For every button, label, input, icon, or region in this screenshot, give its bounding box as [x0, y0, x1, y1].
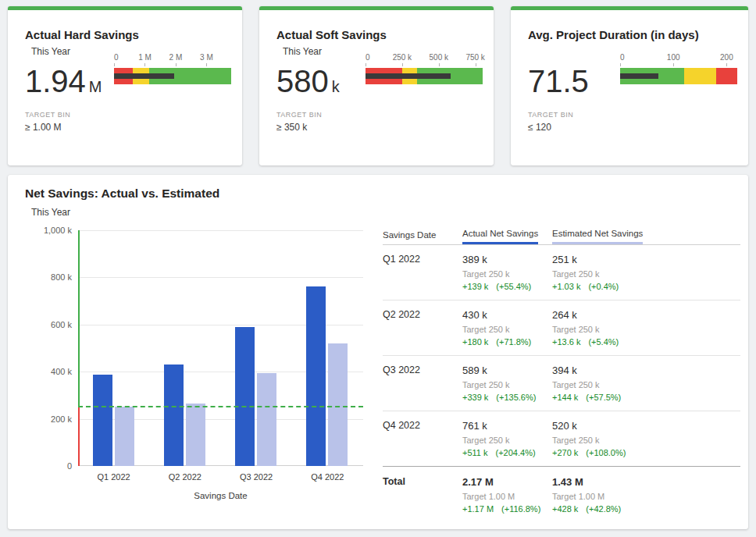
y-axis-tick-label: 600 k [8, 320, 72, 329]
bullet-tick-label: 0 [620, 53, 625, 62]
cell-delta: +144 k(+57.5%) [552, 393, 740, 402]
bullet-tick-mark [402, 63, 403, 66]
bullet-tick-mark [476, 63, 476, 66]
bullet-measure-bar [366, 73, 451, 79]
y-axis-line-below-target [78, 407, 80, 467]
y-axis-tick-label: 800 k [8, 272, 72, 282]
cell-delta: +511 k(+204.4%) [462, 448, 552, 457]
actual-cell: 389 kTarget 250 k+139 k(+55.4%) [462, 254, 552, 291]
grouped-bar-chart: Savings Date 0200 k400 k600 k800 k1,000 … [8, 220, 376, 485]
delta-pct: (+55.4%) [496, 282, 531, 291]
bullet-track [620, 68, 737, 84]
y-axis-line-above-target [78, 230, 80, 407]
bar-actual[interactable] [306, 286, 326, 466]
bullet-axis: 01 M2 M3 M [114, 53, 231, 67]
cell-value: 430 k [462, 309, 552, 321]
bar-estimated[interactable] [257, 373, 276, 466]
cell-value: 394 k [552, 365, 740, 376]
cell-delta: +13.6 k(+5.4%) [552, 337, 740, 347]
gridline [78, 230, 363, 231]
target-bin-value: ≥ 350 k [276, 122, 307, 133]
kpi-value-unit: k [332, 78, 340, 95]
estimated-cell: 394 kTarget 250 k+144 k(+57.5%) [552, 365, 740, 402]
bar-actual[interactable] [164, 365, 184, 466]
table-row[interactable]: Q4 2022761 kTarget 250 k+511 k(+204.4%)5… [383, 411, 740, 467]
bullet-tick-mark [726, 63, 727, 66]
bar-actual[interactable] [235, 327, 255, 466]
cell-delta: +1.17 M(+116.8%) [462, 504, 552, 514]
bar-estimated[interactable] [328, 343, 348, 466]
table-row[interactable]: Q1 2022389 kTarget 250 k+139 k(+55.4%)25… [383, 245, 740, 301]
cell-target: Target 1.00 M [462, 492, 552, 501]
cell-target: Target 250 k [552, 325, 740, 334]
bar-actual[interactable] [93, 375, 112, 466]
cell-delta: +339 k(+135.6%) [462, 393, 552, 402]
actual-cell: 2.17 MTarget 1.00 M+1.17 M(+116.8%) [462, 476, 552, 514]
cell-target: Target 250 k [462, 380, 552, 389]
kpi-card-avg-project-duration[interactable]: Avg. Project Duration (in days) 71.5 010… [511, 6, 748, 165]
kpi-title: Avg. Project Duration (in days) [528, 28, 699, 41]
summary-table: Savings Date Actual Net Savings Estimate… [383, 222, 740, 522]
kpi-value-unit: M [89, 78, 102, 95]
kpi-subtitle: This Year [283, 46, 322, 57]
estimated-cell: 251 kTarget 250 k+1.03 k(+0.4%) [552, 254, 740, 291]
target-bin-value: ≤ 120 [528, 122, 551, 133]
kpi-card-actual-hard-savings[interactable]: Actual Hard Savings This Year 1.94M 01 M… [8, 6, 242, 165]
y-axis-tick-label: 200 k [8, 414, 72, 424]
delta-value: +428 k [552, 504, 578, 514]
bullet-tick-label: 100 [667, 53, 680, 62]
card-accent-bar [259, 6, 494, 10]
bullet-chart: 01 M2 M3 M [114, 53, 231, 91]
bullet-track [114, 68, 231, 84]
cell-target: Target 250 k [552, 436, 740, 445]
row-label: Q3 2022 [383, 365, 462, 402]
cell-value: 264 k [552, 309, 740, 321]
delta-pct: (+42.8%) [586, 504, 621, 514]
kpi-value: 580k [276, 64, 340, 104]
chart-title: Net Savings: Actual vs. Estimated [25, 187, 219, 201]
column-header-actual-net-savings[interactable]: Actual Net Savings [462, 229, 552, 244]
bullet-tick-label: 3 M [200, 53, 213, 62]
estimated-cell: 1.43 MTarget 1.00 M+428 k(+42.8%) [552, 476, 740, 514]
bullet-tick-label: 500 k [430, 53, 448, 62]
cell-delta: +1.03 k(+0.4%) [552, 282, 740, 291]
delta-value: +13.6 k [552, 337, 580, 347]
target-bin-value: ≥ 1.00 M [25, 122, 62, 133]
table-body: Q1 2022389 kTarget 250 k+139 k(+55.4%)25… [383, 245, 740, 522]
table-row-total[interactable]: Total2.17 MTarget 1.00 M+1.17 M(+116.8%)… [383, 466, 740, 522]
column-header-savings-date[interactable]: Savings Date [383, 230, 462, 244]
delta-value: +1.03 k [552, 282, 580, 291]
row-label: Q1 2022 [383, 254, 462, 291]
bar-estimated[interactable] [115, 407, 134, 466]
table-row[interactable]: Q2 2022430 kTarget 250 k+180 k(+71.8%)26… [383, 301, 740, 356]
bullet-tick-label: 200 [720, 53, 733, 62]
chart-subtitle: This Year [31, 207, 70, 218]
bullet-band [684, 68, 716, 84]
cell-target: Target 250 k [552, 380, 740, 389]
cell-delta: +428 k(+42.8%) [552, 504, 740, 514]
cell-value: 389 k [462, 254, 552, 265]
plot-area [78, 230, 363, 466]
x-axis-tick-label: Q2 2022 [150, 472, 220, 482]
kpi-value: 71.5 [528, 64, 592, 104]
column-header-label: Actual Net Savings [462, 229, 538, 244]
row-label: Q4 2022 [383, 420, 462, 457]
bullet-tick-label: 250 k [393, 53, 412, 62]
bar-estimated[interactable] [186, 404, 205, 466]
cell-value: 589 k [462, 365, 552, 376]
delta-pct: (+135.6%) [496, 393, 536, 402]
bullet-tick-mark [673, 63, 674, 66]
target-line [78, 406, 363, 407]
column-header-estimated-net-savings[interactable]: Estimated Net Savings [552, 229, 740, 244]
estimated-cell: 520 kTarget 250 k+270 k(+108.0%) [552, 420, 740, 457]
cell-value: 1.43 M [552, 476, 740, 488]
cell-value: 251 k [552, 254, 740, 265]
y-axis-tick-label: 0 [8, 461, 72, 471]
bullet-tick-mark [366, 63, 366, 66]
table-row[interactable]: Q3 2022589 kTarget 250 k+339 k(+135.6%)3… [383, 356, 740, 411]
delta-pct: (+204.4%) [496, 448, 536, 457]
gridline [78, 277, 363, 278]
bullet-chart: 0100200 [620, 53, 737, 91]
cell-delta: +139 k(+55.4%) [462, 282, 552, 291]
kpi-card-actual-soft-savings[interactable]: Actual Soft Savings This Year 580k 0250 … [259, 6, 494, 165]
